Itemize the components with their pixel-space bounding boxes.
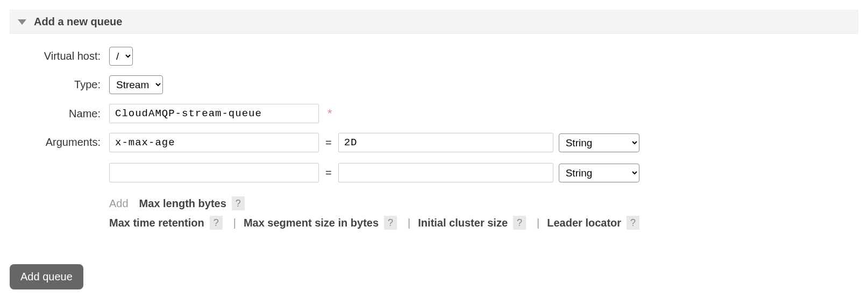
hint-separator: | xyxy=(402,217,416,229)
section-header[interactable]: Add a new queue xyxy=(10,10,858,34)
name-input[interactable] xyxy=(109,104,319,123)
help-icon[interactable]: ? xyxy=(384,216,397,230)
hint-leader-locator[interactable]: Leader locator xyxy=(547,217,621,229)
help-icon[interactable]: ? xyxy=(513,216,526,230)
help-icon[interactable]: ? xyxy=(232,196,245,210)
label-arguments: Arguments: xyxy=(10,133,109,148)
argument-type-select[interactable]: String xyxy=(559,164,639,182)
hint-max-length-bytes[interactable]: Max length bytes xyxy=(139,197,226,210)
argument-key-input[interactable] xyxy=(109,133,319,152)
label-type: Type: xyxy=(10,79,109,91)
hint-max-segment-size[interactable]: Max segment size in bytes xyxy=(244,217,379,229)
equals-icon: = xyxy=(324,137,333,149)
required-icon: * xyxy=(328,107,332,121)
hint-separator: | xyxy=(228,217,241,229)
help-icon[interactable]: ? xyxy=(210,216,223,230)
collapse-icon xyxy=(18,19,26,25)
add-queue-button[interactable]: Add queue xyxy=(10,264,83,289)
section-title: Add a new queue xyxy=(34,16,122,28)
hint-max-time-retention[interactable]: Max time retention xyxy=(109,217,204,229)
argument-type-select[interactable]: String xyxy=(559,133,639,152)
argument-value-input[interactable] xyxy=(338,163,553,182)
type-select[interactable]: Stream xyxy=(109,75,163,94)
add-queue-form: Virtual host: / Type: Stream Name: * xyxy=(10,47,858,289)
row-arguments: Arguments: = String = String xyxy=(10,133,858,235)
hint-initial-cluster-size[interactable]: Initial cluster size xyxy=(418,217,508,229)
row-type: Type: Stream xyxy=(10,75,858,94)
argument-row: = String xyxy=(109,133,639,152)
vhost-select[interactable]: / xyxy=(109,47,133,66)
hint-separator: | xyxy=(531,217,545,229)
label-name: Name: xyxy=(10,108,109,120)
row-vhost: Virtual host: / xyxy=(10,47,858,66)
argument-key-input[interactable] xyxy=(109,163,319,182)
argument-hints: Add Max length bytes ? Max time retentio… xyxy=(109,196,643,235)
hints-add-label: Add xyxy=(109,197,129,210)
argument-value-input[interactable] xyxy=(338,133,553,152)
label-vhost: Virtual host: xyxy=(10,50,109,62)
equals-icon: = xyxy=(324,167,333,179)
argument-row: = String xyxy=(109,163,639,182)
help-icon[interactable]: ? xyxy=(627,216,639,230)
row-name: Name: * xyxy=(10,104,858,123)
